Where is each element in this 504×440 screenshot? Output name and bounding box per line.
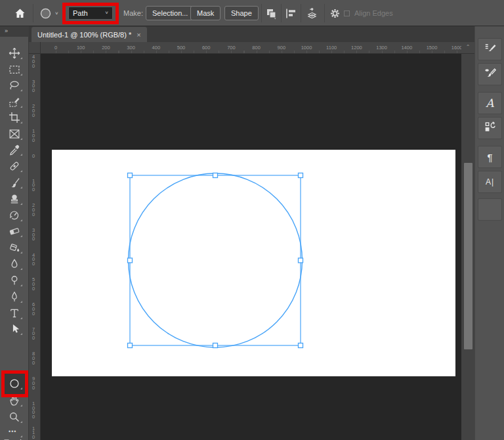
brushes-icon [484,66,497,82]
h-ruler-label: 1500 [427,45,438,51]
align-edges-label: Align Edges [354,0,393,26]
h-ruler-label: 500 [177,45,186,51]
home-icon[interactable] [14,7,26,20]
frame-tool-icon[interactable] [9,128,20,140]
document-title: Untitled-1 @ 100% (RGB/8) * [37,31,131,39]
make-label: Make: [123,0,143,26]
dodge-tool-icon[interactable] [9,275,20,286]
document-tab-bar: Untitled-1 @ 100% (RGB/8) * × [29,26,474,42]
v-ruler-label: 7 0 0 [32,328,35,341]
type-tool-icon[interactable] [9,307,20,319]
document-tab[interactable]: Untitled-1 @ 100% (RGB/8) * × [32,27,147,42]
lasso-tool-icon[interactable] [9,79,20,91]
ruler-corner[interactable] [29,42,41,54]
path-mode-highlight [62,3,119,24]
v-ruler-label: 1 1 0 0 [32,427,35,440]
h-ruler-label: 0 [54,45,57,51]
panel-button-paragraph-styles[interactable]: A| [478,171,502,193]
empty-panel-slot [478,198,502,221]
paragraph-panel-icon: ¶ [487,152,492,163]
separator [261,4,262,22]
h-ruler-label: 1000 [301,45,312,51]
vertical-ruler[interactable]: 4 0 03 0 02 0 01 0 001 0 02 0 03 0 04 0 … [29,54,41,440]
gear-icon[interactable] [329,7,341,20]
h-ruler-label: 100 [77,45,85,51]
path-selection-tool-icon[interactable] [9,323,20,335]
toolbar: ••• [0,37,29,440]
horizontal-ruler[interactable]: 0100200300400500600700800900100011001200… [41,42,461,54]
make-mask-button[interactable]: Mask [190,6,220,20]
align-edges-checkbox[interactable] [344,11,350,16]
brush-settings-icon [484,41,497,57]
close-icon[interactable]: × [136,31,140,39]
ellipse-path-shape[interactable] [41,54,461,440]
v-ruler-label: 1 0 0 0 [32,402,35,420]
pen-tool-icon[interactable] [9,291,20,303]
make-selection-button[interactable]: Selection... [146,6,194,20]
separator [301,4,301,22]
v-ruler-label: 9 0 0 [32,377,35,390]
scroll-up-icon[interactable]: ⌃ [461,42,474,54]
rectangular-marquee-tool-icon[interactable] [9,64,20,76]
v-ruler-label: 2 0 0 [32,204,35,217]
separator [324,4,325,22]
character-panel-icon: A [486,97,494,110]
panel-button-paragraph[interactable]: ¶ [478,146,502,168]
move-tool-icon[interactable] [9,47,20,59]
spot-healing-brush-tool-icon[interactable] [9,160,20,172]
v-ruler-label: 6 0 0 [32,303,35,316]
separator [281,4,282,22]
right-panel-dock: « A [474,26,504,440]
v-ruler-label: 2 0 0 [32,104,35,118]
h-ruler-label: 700 [227,45,236,51]
h-ruler-label: 400 [152,45,161,51]
paragraph-styles-panel-icon: A| [486,177,494,187]
make-shape-button[interactable]: Shape [224,6,259,20]
clone-stamp-tool-icon[interactable] [9,193,20,205]
eyedropper-tool-icon[interactable] [9,144,20,156]
h-ruler-label: 900 [278,45,286,51]
zoom-tool-icon[interactable] [9,411,20,423]
path-arrangement-icon[interactable] [306,7,318,20]
panel-button-brush-settings[interactable] [478,38,502,60]
blur-tool-icon[interactable] [9,258,20,270]
v-ruler-label: 1 0 0 [32,179,35,192]
v-ruler-label: 1 0 0 [32,129,35,143]
h-ruler-label: 200 [102,45,110,51]
v-ruler-label: 3 0 0 [32,229,35,242]
h-ruler-label: 1300 [376,45,387,51]
paint-bucket-tool-icon[interactable] [9,242,20,253]
pasteboard [41,54,461,440]
options-bar: ˅ Path ˅ Make: Selection... Mask Shape [0,0,504,26]
edit-toolbar-icon[interactable]: ••• [9,426,20,437]
eraser-tool-icon[interactable] [9,225,20,237]
ellipse-tool-highlight [1,370,28,397]
crop-tool-icon[interactable] [9,112,20,123]
glyphs-panel-icon [484,120,497,136]
panel-button-brushes[interactable] [478,63,502,85]
v-ruler-label: 4 0 0 [32,253,35,267]
h-ruler-label: 1100 [326,45,337,51]
photoshop-window: ˅ Path ˅ Make: Selection... Mask Shape [0,0,504,440]
history-brush-tool-icon[interactable] [9,209,20,221]
path-alignment-icon[interactable] [285,7,297,20]
brush-tool-icon[interactable] [9,177,20,188]
ellipse-preset-icon[interactable] [39,7,52,20]
v-ruler-label: 5 0 0 [32,278,35,291]
h-ruler-label: 600 [202,45,211,51]
scrollbar-thumb[interactable] [464,163,472,349]
v-ruler-label: 3 0 0 [32,80,35,93]
h-ruler-label: 300 [127,45,135,51]
object-selection-tool-icon[interactable] [9,96,20,108]
panel-button-glyphs[interactable] [478,117,502,139]
toolbar-expander[interactable]: » [0,26,29,37]
panel-button-character[interactable]: A [478,92,502,114]
vertical-scrollbar[interactable] [461,54,474,440]
separator [33,4,33,22]
combine-shapes-icon[interactable] [265,7,278,20]
h-ruler-label: 1200 [351,45,362,51]
v-ruler-label: 0 [32,154,35,159]
preset-chevron-icon[interactable]: ˅ [55,11,58,16]
h-ruler-label: 800 [252,45,261,51]
v-ruler-label: 4 0 0 [32,55,35,68]
